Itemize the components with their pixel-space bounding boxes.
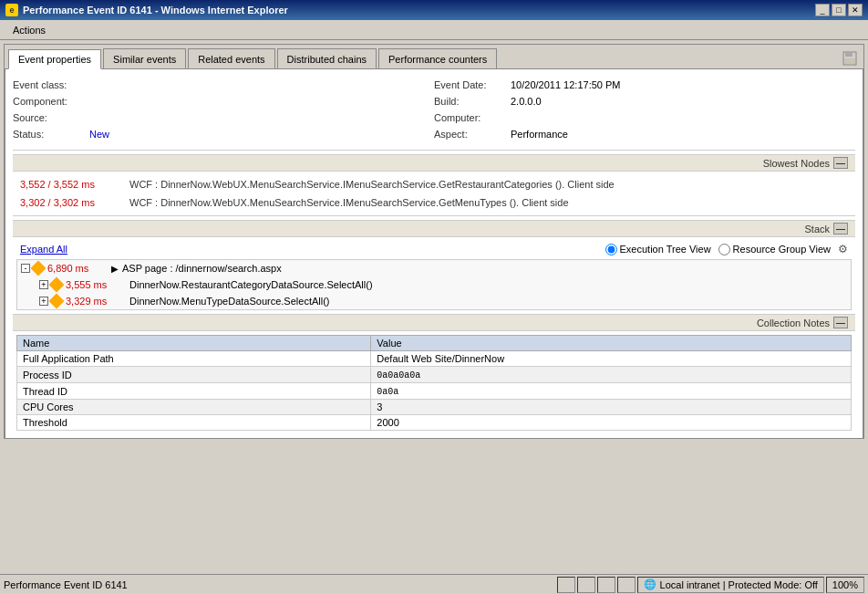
- build-row: Build: 2.0.0.0: [434, 93, 855, 109]
- slowest-nodes-section: Slowest Nodes — 3,552 / 3,552 ms WCF : D…: [13, 154, 855, 212]
- minimize-button[interactable]: _: [815, 4, 830, 16]
- slowest-nodes-collapse[interactable]: —: [833, 157, 848, 169]
- settings-icon[interactable]: ⚙: [838, 243, 848, 255]
- stack-tree: - 6,890 ms ▶ ASP page : /dinnernow/searc…: [16, 259, 852, 310]
- diamond-icon-3: [49, 294, 65, 309]
- table-row: Threshold2000: [17, 415, 852, 431]
- event-date-label: Event Date:: [434, 77, 507, 93]
- status-value: New: [89, 126, 109, 142]
- tree-label-2: DinnerNow.RestaurantCategoryDataSource.S…: [129, 279, 373, 290]
- tree-expand-icon-2[interactable]: +: [39, 280, 48, 289]
- app-icon: e: [5, 4, 18, 16]
- event-class-label: Event class:: [13, 77, 86, 93]
- slow-time-2: 3,302 / 3,302 ms: [20, 195, 129, 210]
- computer-label: Computer:: [434, 109, 507, 126]
- execution-tree-label: Execution Tree View: [620, 244, 711, 255]
- tree-label-1: ASP page : /dinnernow/search.aspx: [122, 263, 282, 274]
- status-panels: 🌐 Local intranet | Protected Mode: Off 1…: [557, 577, 864, 593]
- table-row: Full Application PathDefault Web Site/Di…: [17, 351, 852, 367]
- tree-time-2: 3,555 ms: [66, 279, 129, 290]
- diamond-icon-1: [31, 261, 46, 276]
- source-row: Source:: [13, 109, 434, 126]
- aspect-label: Aspect:: [434, 126, 507, 142]
- table-row: Thread ID0a0a: [17, 383, 852, 400]
- actions-menu[interactable]: Actions: [5, 23, 53, 37]
- build-value: 2.0.0.0: [511, 93, 542, 109]
- collection-notes-header: Collection Notes —: [13, 314, 855, 331]
- notes-name-cell: Threshold: [17, 415, 371, 431]
- execution-tree-option[interactable]: Execution Tree View: [605, 244, 711, 255]
- slowest-nodes-header: Slowest Nodes —: [13, 154, 855, 172]
- tree-label-3: DinnerNow.MenuTypeDataSource.SelectAll(): [129, 296, 330, 307]
- build-label: Build:: [434, 93, 507, 109]
- svg-rect-2: [844, 58, 855, 64]
- tabs-container: Event properties Similar events Related …: [4, 44, 864, 439]
- tree-time-1: 6,890 ms: [47, 263, 111, 274]
- stack-toolbar: Expand All Execution Tree View Resource …: [13, 241, 855, 257]
- status-label: Status:: [13, 126, 86, 142]
- title-bar: e Performance Event ID 6141 - Windows In…: [0, 0, 868, 20]
- status-row: Status: New: [13, 126, 434, 142]
- tabs-row: Event properties Similar events Related …: [5, 45, 863, 69]
- tree-arrow-1: ▶: [111, 264, 119, 274]
- expand-all-link[interactable]: Expand All: [20, 244, 67, 255]
- execution-tree-radio[interactable]: [605, 244, 617, 255]
- stack-title: Stack: [804, 224, 830, 234]
- col-name-header: Name: [17, 336, 371, 351]
- status-spacer-1: [557, 577, 575, 593]
- status-spacer-3: [597, 577, 615, 593]
- window-title: Performance Event ID 6141 - Windows Inte…: [23, 5, 288, 16]
- slow-desc-1: WCF : DinnerNow.WebUX.MenuSearchService.…: [129, 177, 615, 192]
- notes-name-cell: Thread ID: [17, 383, 371, 400]
- resource-group-option[interactable]: Resource Group View: [718, 244, 831, 255]
- tree-expand-icon-3[interactable]: +: [39, 297, 48, 306]
- slow-node-1: 3,552 / 3,552 ms WCF : DinnerNow.WebUX.M…: [13, 175, 855, 193]
- table-row: Process ID0a0a0a0a: [17, 367, 852, 383]
- tab-distributed-chains[interactable]: Distributed chains: [277, 48, 377, 68]
- zoom-panel[interactable]: 100%: [826, 577, 864, 593]
- maximize-button[interactable]: □: [832, 4, 846, 16]
- menu-bar: Actions: [0, 20, 868, 40]
- slow-node-2: 3,302 / 3,302 ms WCF : DinnerNow.WebUX.M…: [13, 193, 855, 212]
- computer-row: Computer:: [434, 109, 855, 126]
- notes-value-cell: Default Web Site/DinnerNow: [371, 351, 852, 367]
- tab-similar-events[interactable]: Similar events: [103, 48, 186, 68]
- notes-value-cell: 0a0a: [371, 383, 852, 400]
- table-row: CPU Cores3: [17, 400, 852, 415]
- status-spacer-4: [617, 577, 636, 593]
- stack-section: Stack — Expand All Execution Tree View R…: [13, 220, 855, 310]
- collection-notes-collapse[interactable]: —: [833, 317, 848, 328]
- slow-desc-2: WCF : DinnerNow.WebUX.MenuSearchService.…: [129, 195, 569, 210]
- tree-row-3: + 3,329 ms DinnerNow.MenuTypeDataSource.…: [36, 293, 851, 309]
- status-bar: Performance Event ID 6141 🌐 Local intran…: [0, 574, 868, 594]
- resource-group-label: Resource Group View: [733, 244, 831, 255]
- collection-notes-section: Collection Notes — Name Value Full Appli…: [13, 314, 855, 431]
- collection-notes-table: Name Value Full Application PathDefault …: [16, 335, 852, 431]
- notes-value-cell: 0a0a0a0a: [371, 367, 852, 383]
- stack-collapse[interactable]: —: [833, 223, 848, 234]
- source-label: Source:: [13, 109, 86, 126]
- notes-name-cell: Process ID: [17, 367, 371, 383]
- component-label: Component:: [13, 93, 86, 109]
- view-radio-group: Execution Tree View Resource Group View …: [605, 243, 848, 255]
- slowest-nodes-title: Slowest Nodes: [763, 158, 830, 169]
- stack-header: Stack —: [13, 220, 855, 237]
- window-controls[interactable]: _ □ ✕: [815, 4, 863, 16]
- slow-time-1: 3,552 / 3,552 ms: [20, 177, 129, 192]
- tree-collapse-icon-1[interactable]: -: [21, 264, 30, 273]
- aspect-value: Performance: [511, 126, 568, 142]
- tree-time-3: 3,329 ms: [66, 296, 129, 307]
- notes-value-cell: 2000: [371, 415, 852, 431]
- event-class-row: Event class:: [13, 77, 434, 93]
- zone-panel: 🌐 Local intranet | Protected Mode: Off: [637, 577, 824, 593]
- event-properties-grid: Event class: Component: Source: Status: …: [13, 77, 855, 142]
- status-spacer-2: [577, 577, 595, 593]
- resource-group-radio[interactable]: [718, 244, 730, 255]
- svg-rect-1: [845, 52, 852, 57]
- close-button[interactable]: ✕: [848, 4, 863, 16]
- collection-notes-title: Collection Notes: [757, 318, 830, 328]
- save-icon-button[interactable]: [840, 48, 860, 68]
- tab-performance-counters[interactable]: Performance counters: [378, 48, 497, 68]
- tab-related-events[interactable]: Related events: [188, 48, 274, 68]
- tab-event-properties[interactable]: Event properties: [8, 49, 101, 69]
